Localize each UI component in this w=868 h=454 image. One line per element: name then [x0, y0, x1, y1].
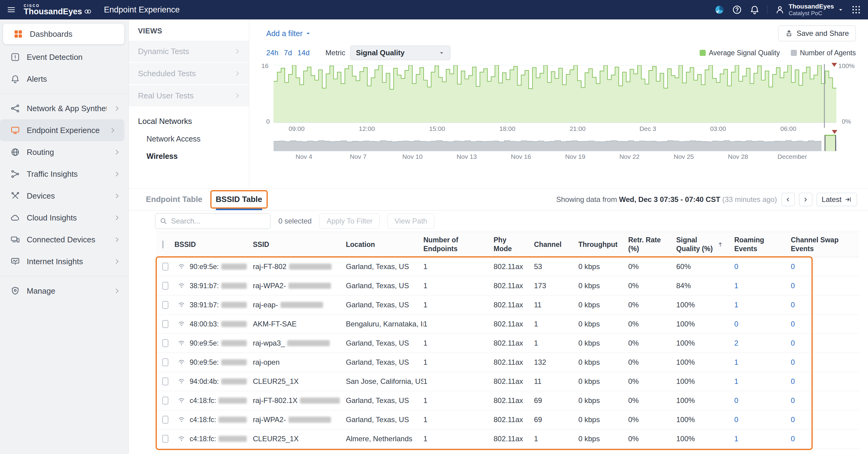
views-section-local-networks[interactable]: Local Networks	[129, 117, 249, 126]
brush-selection[interactable]	[825, 135, 836, 151]
row-checkbox[interactable]	[162, 435, 168, 443]
column-header-retr-rate[interactable]: Retr. Rate (%)	[628, 236, 676, 253]
roaming-events-link[interactable]: 0	[734, 396, 738, 405]
column-header-channel[interactable]: Channel	[534, 240, 578, 249]
account-subtitle: Catalyst PoC	[789, 10, 834, 17]
roaming-events-link[interactable]: 0	[734, 262, 738, 271]
selection-marker-icon[interactable]	[832, 63, 837, 67]
tab-label: Endpoint Table	[146, 195, 203, 204]
add-filter-button[interactable]: Add a filter	[266, 29, 311, 38]
sidebar-item-dashboards[interactable]: Dashboards	[3, 24, 124, 44]
sidebar-item-cloud-insights[interactable]: Cloud Insights	[0, 207, 129, 229]
row-checkbox[interactable]	[162, 358, 168, 366]
sidebar-item-devices[interactable]: Devices	[0, 185, 129, 207]
channel-swap-link[interactable]: 0	[791, 301, 795, 309]
row-checkbox[interactable]	[162, 397, 168, 404]
column-header-throughput[interactable]: Throughput	[578, 240, 628, 249]
previous-interval-button[interactable]: ‹	[781, 193, 795, 206]
roaming-events-link[interactable]: 1	[734, 282, 738, 290]
channel-swap-link[interactable]: 0	[791, 262, 795, 271]
channel-swap-link[interactable]: 0	[791, 434, 795, 443]
channel-swap-link[interactable]: 0	[791, 339, 795, 348]
roaming-events-link[interactable]: 2	[734, 339, 738, 348]
column-header-channel-swap-events[interactable]: Channel Swap Events	[791, 236, 859, 253]
row-checkbox[interactable]	[162, 282, 168, 290]
sidebar-item-alerts[interactable]: Alerts	[0, 68, 129, 90]
column-header-phy-mode[interactable]: Phy Mode	[494, 236, 534, 253]
signal-quality-chart[interactable]: 16 0 100% 0%	[274, 65, 836, 123]
table-row[interactable]: 90:e9:5e:raj-FT-802Garland, Texas, US180…	[156, 257, 859, 277]
column-header-bssid[interactable]: BSSID	[175, 240, 253, 249]
row-checkbox[interactable]	[162, 339, 168, 347]
sidebar-item-internet-insights[interactable]: Internet Insights	[0, 251, 129, 272]
save-and-share-button[interactable]: Save and Share	[778, 26, 856, 41]
views-item-network-access[interactable]: Network Access	[129, 134, 249, 143]
tab-bssid-table[interactable]: BSSID Table	[216, 189, 262, 210]
sidebar-item-endpoint-experience[interactable]: Endpoint Experience	[0, 119, 124, 141]
roaming-events-link[interactable]: 1	[734, 377, 738, 386]
view-path-button[interactable]: View Path	[388, 214, 434, 229]
range-7d[interactable]: 7d	[284, 48, 292, 57]
roaming-events-cell: 1	[734, 358, 791, 366]
row-checkbox[interactable]	[162, 320, 168, 328]
column-header-ssid[interactable]: SSID	[253, 240, 346, 249]
table-row[interactable]: 90:e9:5e:raj-wpa3_Garland, Texas, US1802…	[156, 334, 859, 353]
usage-pie-icon[interactable]	[714, 5, 724, 15]
sidebar-item-connected-devices[interactable]: Connected Devices	[0, 229, 129, 251]
table-row[interactable]: c4:18:fc:raj-FT-802.1XGarland, Texas, US…	[156, 391, 859, 410]
roaming-events-link[interactable]: 1	[734, 301, 738, 309]
sidebar-item-routing[interactable]: Routing	[0, 141, 129, 163]
views-item-wireless[interactable]: Wireless	[129, 152, 249, 161]
sidebar-item-traffic-insights[interactable]: Traffic Insights	[0, 163, 129, 185]
channel-swap-link[interactable]: 0	[791, 282, 795, 290]
table-row[interactable]: 94:0d:4b:CLEUR25_1XSan Jose, California,…	[156, 372, 859, 391]
y-axis-max-right: 100%	[838, 62, 855, 69]
menu-icon[interactable]	[7, 5, 16, 14]
x-axis-tick: 21:00	[569, 125, 586, 132]
brand-logo[interactable]: CISCO ThousandEyes	[24, 4, 92, 16]
channel-swap-link[interactable]: 0	[791, 377, 795, 386]
roaming-events-link[interactable]: 0	[734, 415, 738, 424]
sidebar-item-event-detection[interactable]: Event Detection	[0, 46, 129, 68]
row-checkbox[interactable]	[162, 378, 168, 385]
selection-marker-icon[interactable]	[832, 130, 837, 134]
row-checkbox[interactable]	[162, 301, 168, 309]
select-all-checkbox[interactable]	[162, 240, 163, 249]
notifications-bell-icon[interactable]	[749, 5, 760, 15]
column-header-location[interactable]: Location	[346, 240, 423, 249]
row-checkbox[interactable]	[162, 416, 168, 424]
column-header-signal-quality[interactable]: Signal Quality (%)	[676, 236, 734, 253]
latest-button[interactable]: Latest	[817, 193, 857, 206]
roaming-events-link[interactable]: 0	[734, 320, 738, 328]
channel-swap-link[interactable]: 0	[791, 358, 795, 366]
sidebar-item-manage[interactable]: Manage	[0, 280, 129, 302]
roaming-events-link[interactable]: 1	[734, 434, 738, 443]
roaming-events-link[interactable]: 1	[734, 358, 738, 366]
table-row[interactable]: 38:91:b7:raj-eap-Garland, Texas, US1802.…	[156, 295, 859, 315]
table-row[interactable]: 90:e9:5e:raj-openGarland, Texas, US1802.…	[156, 353, 859, 372]
row-checkbox[interactable]	[162, 263, 168, 270]
tab-endpoint-table[interactable]: Endpoint Table	[146, 189, 203, 210]
table-row[interactable]: c4:18:fc:CLEUR25_1XAlmere, Netherlands18…	[156, 429, 859, 449]
column-header-number-of-endpoints[interactable]: Number of Endpoints	[423, 236, 494, 253]
table-row[interactable]: c4:18:fc:raj-WPA2-Garland, Texas, US1802…	[156, 410, 859, 429]
metric-select[interactable]: Signal Quality	[350, 45, 451, 60]
timeline-brush[interactable]	[274, 135, 836, 151]
help-icon[interactable]	[732, 5, 742, 15]
channel-swap-link[interactable]: 0	[791, 396, 795, 405]
column-header-roaming-events[interactable]: Roaming Events	[734, 236, 791, 253]
range-24h[interactable]: 24h	[266, 48, 278, 57]
table-row[interactable]: 48:00:b3:AKM-FT-SAEBengaluru, Karnataka,…	[156, 315, 859, 334]
apps-grid-icon[interactable]	[851, 5, 861, 15]
range-14d[interactable]: 14d	[298, 48, 310, 57]
account-menu[interactable]: ThousandEyes Catalyst PoC	[775, 3, 844, 17]
apply-to-filter-button[interactable]: Apply To Filter	[319, 214, 380, 229]
channel-swap-link[interactable]: 0	[791, 320, 795, 328]
table-row[interactable]: 38:91:b7:raj-WPA2-Garland, Texas, US1802…	[156, 277, 859, 295]
roaming-events-cell: 0	[734, 396, 791, 405]
next-interval-button[interactable]: ›	[799, 193, 812, 206]
search-input[interactable]	[155, 213, 271, 229]
sidebar-item-network-app-synthetics[interactable]: Network & App Synthetics	[0, 97, 129, 119]
time-cursor-line[interactable]	[824, 64, 825, 128]
channel-swap-link[interactable]: 0	[791, 415, 795, 424]
